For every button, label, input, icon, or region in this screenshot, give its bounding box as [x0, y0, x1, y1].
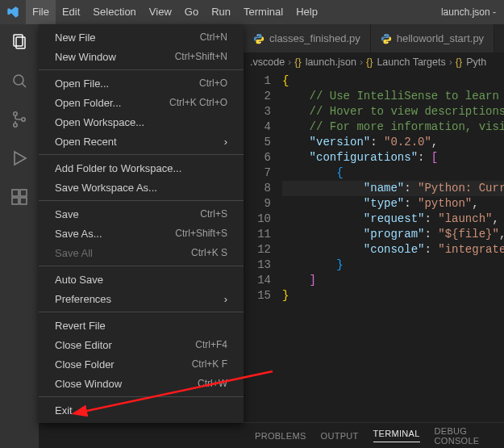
shortcut-label: Ctrl+W — [198, 378, 227, 389]
braces-icon: {} — [294, 57, 301, 68]
svg-point-12 — [257, 35, 258, 36]
code-line[interactable]: } — [282, 257, 504, 273]
code-line[interactable]: // For more information, visi — [282, 119, 504, 135]
breadcrumb-segment[interactable]: Launch Targets — [377, 57, 445, 68]
menu-separator — [39, 396, 244, 397]
menu-item-auto-save[interactable]: Auto Save — [39, 270, 244, 289]
source-control-icon[interactable] — [8, 108, 31, 131]
shortcut-label: Ctrl+K S — [191, 247, 227, 258]
code-line[interactable]: "request": "launch", — [282, 211, 504, 227]
code-line[interactable]: "console": "integrate — [282, 242, 504, 257]
editor-tabs: classes_finished.pyhelloworld_start.py — [244, 24, 504, 52]
code-line[interactable]: // Hover to view descriptions — [282, 104, 504, 119]
menu-separator — [39, 69, 244, 70]
svg-rect-1 — [16, 37, 25, 48]
menu-item-open-workspace[interactable]: Open Workspace... — [39, 112, 244, 132]
code-line[interactable]: { — [282, 165, 504, 181]
code-body[interactable]: { // Use IntelliSense to learn // Hover … — [282, 72, 504, 422]
extensions-icon[interactable] — [8, 186, 31, 208]
menu-selection[interactable]: Selection — [86, 0, 142, 24]
svg-rect-11 — [20, 190, 27, 196]
explorer-icon[interactable] — [8, 31, 31, 53]
panel-tab-debug-console[interactable]: DEBUG CONSOLE — [435, 426, 504, 446]
menu-item-open-folder[interactable]: Open Folder...Ctrl+K Ctrl+O — [39, 93, 244, 112]
menu-item-save[interactable]: SaveCtrl+S — [39, 204, 244, 224]
breadcrumb-segment[interactable]: .vscode — [250, 57, 285, 68]
shortcut-label: Ctrl+Shift+N — [175, 51, 227, 62]
svg-point-6 — [22, 118, 25, 121]
panel-tab-terminal[interactable]: TERMINAL — [373, 429, 420, 442]
code-line[interactable]: } — [282, 288, 504, 304]
breadcrumb[interactable]: .vscode›{}launch.json›{}Launch Targets›{… — [244, 52, 504, 72]
menu-item-new-file[interactable]: New FileCtrl+N — [39, 27, 244, 47]
menu-item-open-recent[interactable]: Open Recent› — [39, 132, 244, 151]
svg-point-5 — [14, 124, 17, 127]
shortcut-label: Ctrl+N — [200, 31, 227, 43]
window-title: launch.json - — [441, 0, 496, 24]
file-menu-dropdown: New FileCtrl+NNew WindowCtrl+Shift+NOpen… — [39, 24, 244, 423]
menu-item-save-as[interactable]: Save As...Ctrl+Shift+S — [39, 224, 244, 243]
panel-tab-output[interactable]: OUTPUT — [321, 431, 359, 441]
menu-edit[interactable]: Edit — [56, 0, 86, 24]
menu-item-save-workspace-as[interactable]: Save Workspace As... — [39, 178, 244, 197]
menu-view[interactable]: View — [143, 0, 178, 24]
chevron-right-icon: › — [360, 57, 363, 68]
code-line[interactable]: "configurations": [ — [282, 150, 504, 165]
editor-tab[interactable]: helloworld_start.py — [371, 24, 494, 52]
chevron-right-icon: › — [224, 293, 227, 305]
svg-marker-7 — [15, 152, 26, 165]
code-line[interactable]: "type": "python", — [282, 196, 504, 211]
svg-rect-10 — [20, 198, 27, 204]
menu-separator — [39, 200, 244, 201]
code-line[interactable]: ] — [282, 273, 504, 288]
menu-item-revert-file[interactable]: Revert File — [39, 316, 244, 335]
python-icon — [253, 33, 264, 44]
menu-item-close-window[interactable]: Close WindowCtrl+W — [39, 374, 244, 393]
code-line[interactable]: "name": "Python: Curr — [282, 181, 504, 196]
editor-tab[interactable]: classes_finished.py — [244, 24, 371, 52]
chevron-right-icon: › — [288, 57, 291, 68]
run-debug-icon[interactable] — [8, 147, 31, 170]
menu-item-add-folder-to-workspace[interactable]: Add Folder to Workspace... — [39, 158, 244, 178]
menu-item-exit[interactable]: Exit — [39, 400, 244, 420]
svg-point-14 — [384, 35, 385, 36]
svg-rect-8 — [12, 190, 19, 196]
menu-go[interactable]: Go — [178, 0, 205, 24]
code-editor[interactable]: 123456789101112131415 { // Use IntelliSe… — [244, 72, 504, 422]
menu-terminal[interactable]: Terminal — [237, 0, 289, 24]
chevron-right-icon: › — [449, 57, 452, 68]
menu-help[interactable]: Help — [289, 0, 324, 24]
code-line[interactable]: "version": "0.2.0", — [282, 135, 504, 150]
menu-item-preferences[interactable]: Preferences› — [39, 289, 244, 308]
menu-item-new-window[interactable]: New WindowCtrl+Shift+N — [39, 47, 244, 66]
code-line[interactable]: // Use IntelliSense to learn — [282, 89, 504, 104]
shortcut-label: Ctrl+K Ctrl+O — [169, 97, 227, 108]
menu-separator — [39, 312, 244, 312]
svg-point-15 — [387, 41, 388, 42]
editor-area: classes_finished.pyhelloworld_start.py .… — [244, 24, 504, 448]
python-icon — [381, 33, 392, 44]
bottom-panel-tabs: PROBLEMSOUTPUTTERMINALDEBUG CONSOLE — [244, 422, 504, 448]
panel-tab-problems[interactable]: PROBLEMS — [255, 431, 306, 441]
breadcrumb-segment[interactable]: Pyth — [466, 57, 486, 68]
menu-separator — [39, 154, 244, 155]
menu-file[interactable]: File — [26, 0, 56, 24]
svg-point-4 — [14, 112, 17, 115]
menu-separator — [39, 266, 244, 266]
menu-item-open-file[interactable]: Open File...Ctrl+O — [39, 73, 244, 93]
vscode-logo-icon — [6, 6, 19, 19]
menu-item-close-editor[interactable]: Close EditorCtrl+F4 — [39, 335, 244, 354]
search-icon[interactable] — [8, 69, 31, 92]
menu-run[interactable]: Run — [205, 0, 237, 24]
menu-bar: FileEditSelectionViewGoRunTerminalHelp — [26, 0, 324, 24]
breadcrumb-segment[interactable]: launch.json — [306, 57, 356, 68]
activity-bar — [0, 24, 39, 448]
title-bar: FileEditSelectionViewGoRunTerminalHelp l… — [0, 0, 504, 24]
braces-icon: {} — [456, 57, 462, 68]
code-line[interactable]: "program": "${file}", — [282, 227, 504, 242]
menu-item-close-folder[interactable]: Close FolderCtrl+K F — [39, 354, 244, 374]
svg-point-2 — [14, 75, 23, 85]
tab-label: helloworld_start.py — [397, 32, 484, 44]
braces-icon: {} — [366, 57, 373, 68]
code-line[interactable]: { — [282, 73, 504, 89]
